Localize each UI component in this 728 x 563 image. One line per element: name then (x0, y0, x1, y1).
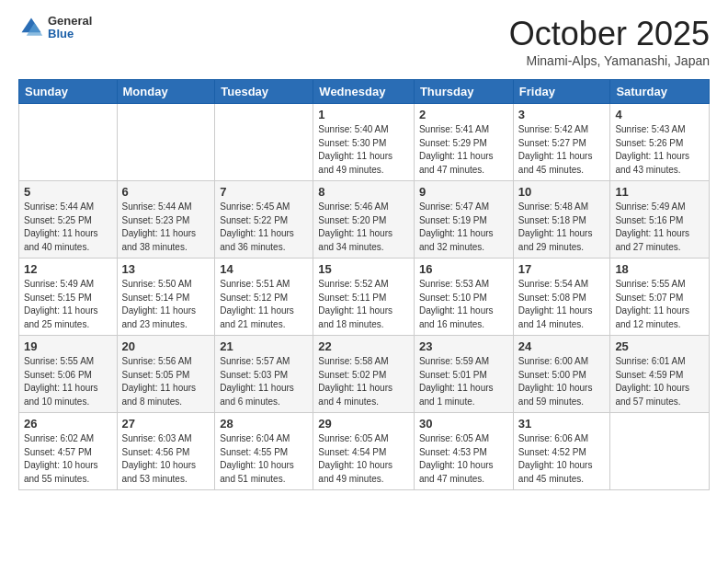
calendar-cell: 9Sunrise: 5:47 AM Sunset: 5:19 PM Daylig… (414, 181, 513, 259)
day-number: 19 (24, 339, 112, 353)
day-number: 9 (419, 185, 508, 199)
calendar-cell: 6Sunrise: 5:44 AM Sunset: 5:23 PM Daylig… (117, 181, 215, 259)
day-info: Sunrise: 5:52 AM Sunset: 5:11 PM Dayligh… (318, 278, 409, 331)
day-number: 6 (122, 185, 210, 199)
calendar-cell: 21Sunrise: 5:57 AM Sunset: 5:03 PM Dayli… (215, 336, 313, 413)
day-info: Sunrise: 6:04 AM Sunset: 4:55 PM Dayligh… (220, 432, 308, 486)
calendar-cell: 4Sunrise: 5:43 AM Sunset: 5:26 PM Daylig… (610, 104, 710, 181)
day-number: 22 (318, 339, 409, 353)
day-info: Sunrise: 6:05 AM Sunset: 4:53 PM Dayligh… (419, 432, 508, 486)
day-info: Sunrise: 5:48 AM Sunset: 5:18 PM Dayligh… (518, 201, 606, 254)
day-info: Sunrise: 5:43 AM Sunset: 5:26 PM Dayligh… (615, 123, 704, 177)
calendar-cell: 25Sunrise: 6:01 AM Sunset: 4:59 PM Dayli… (610, 336, 710, 413)
day-info: Sunrise: 6:00 AM Sunset: 5:00 PM Dayligh… (518, 355, 606, 408)
day-number: 15 (318, 262, 409, 276)
calendar-cell: 14Sunrise: 5:51 AM Sunset: 5:12 PM Dayli… (215, 259, 313, 336)
day-info: Sunrise: 5:47 AM Sunset: 5:19 PM Dayligh… (419, 201, 508, 254)
day-info: Sunrise: 5:44 AM Sunset: 5:23 PM Dayligh… (122, 201, 210, 254)
logo-general: General (48, 15, 92, 28)
day-info: Sunrise: 5:45 AM Sunset: 5:22 PM Dayligh… (220, 201, 308, 254)
day-number: 26 (24, 417, 112, 431)
calendar-cell: 11Sunrise: 5:49 AM Sunset: 5:16 PM Dayli… (610, 181, 710, 259)
calendar-cell: 13Sunrise: 5:50 AM Sunset: 5:14 PM Dayli… (117, 259, 215, 336)
day-info: Sunrise: 5:49 AM Sunset: 5:16 PM Dayligh… (615, 201, 704, 254)
day-info: Sunrise: 5:50 AM Sunset: 5:14 PM Dayligh… (122, 278, 210, 331)
day-info: Sunrise: 5:56 AM Sunset: 5:05 PM Dayligh… (122, 355, 210, 408)
calendar-cell: 12Sunrise: 5:49 AM Sunset: 5:15 PM Dayli… (19, 259, 118, 336)
calendar-cell: 30Sunrise: 6:05 AM Sunset: 4:53 PM Dayli… (414, 413, 513, 490)
day-info: Sunrise: 5:53 AM Sunset: 5:10 PM Dayligh… (419, 278, 508, 331)
day-number: 16 (419, 262, 508, 276)
day-number: 25 (615, 339, 704, 353)
weekday-header-monday: Monday (117, 80, 215, 104)
logo-icon (18, 15, 44, 40)
logo-blue: Blue (48, 28, 92, 40)
calendar-cell: 5Sunrise: 5:44 AM Sunset: 5:25 PM Daylig… (19, 181, 118, 259)
day-number: 27 (122, 417, 210, 431)
calendar-cell: 18Sunrise: 5:55 AM Sunset: 5:07 PM Dayli… (610, 259, 710, 336)
day-info: Sunrise: 5:41 AM Sunset: 5:29 PM Dayligh… (419, 123, 508, 177)
calendar-cell: 8Sunrise: 5:46 AM Sunset: 5:20 PM Daylig… (313, 181, 415, 259)
calendar-cell: 23Sunrise: 5:59 AM Sunset: 5:01 PM Dayli… (414, 336, 513, 413)
weekday-header-thursday: Thursday (414, 80, 513, 104)
month-title: October 2025 (509, 15, 710, 53)
calendar-cell: 26Sunrise: 6:02 AM Sunset: 4:57 PM Dayli… (19, 413, 118, 490)
calendar-cell: 28Sunrise: 6:04 AM Sunset: 4:55 PM Dayli… (215, 413, 313, 490)
day-info: Sunrise: 6:06 AM Sunset: 4:52 PM Dayligh… (518, 432, 606, 486)
calendar: SundayMondayTuesdayWednesdayThursdayFrid… (18, 79, 710, 490)
day-number: 1 (318, 108, 409, 121)
day-info: Sunrise: 5:59 AM Sunset: 5:01 PM Dayligh… (419, 355, 508, 408)
day-info: Sunrise: 5:40 AM Sunset: 5:30 PM Dayligh… (318, 123, 409, 177)
header: General Blue October 2025 Minami-Alps, Y… (18, 15, 710, 68)
day-number: 10 (518, 185, 606, 199)
calendar-cell: 27Sunrise: 6:03 AM Sunset: 4:56 PM Dayli… (117, 413, 215, 490)
day-info: Sunrise: 5:57 AM Sunset: 5:03 PM Dayligh… (220, 355, 308, 408)
weekday-header-wednesday: Wednesday (313, 80, 415, 104)
calendar-cell: 17Sunrise: 5:54 AM Sunset: 5:08 PM Dayli… (513, 259, 610, 336)
calendar-week-1: 1Sunrise: 5:40 AM Sunset: 5:30 PM Daylig… (19, 104, 710, 181)
calendar-cell: 2Sunrise: 5:41 AM Sunset: 5:29 PM Daylig… (414, 104, 513, 181)
page: General Blue October 2025 Minami-Alps, Y… (0, 0, 728, 505)
weekday-header-row: SundayMondayTuesdayWednesdayThursdayFrid… (19, 80, 710, 104)
day-number: 29 (318, 417, 409, 431)
day-info: Sunrise: 6:05 AM Sunset: 4:54 PM Dayligh… (318, 432, 409, 486)
day-number: 24 (518, 339, 606, 353)
day-number: 28 (220, 417, 308, 431)
day-number: 5 (24, 185, 112, 199)
day-info: Sunrise: 5:54 AM Sunset: 5:08 PM Dayligh… (518, 278, 606, 331)
weekday-header-friday: Friday (513, 80, 610, 104)
calendar-cell: 10Sunrise: 5:48 AM Sunset: 5:18 PM Dayli… (513, 181, 610, 259)
logo: General Blue (18, 15, 92, 41)
calendar-week-3: 12Sunrise: 5:49 AM Sunset: 5:15 PM Dayli… (19, 259, 710, 336)
day-number: 13 (122, 262, 210, 276)
day-number: 14 (220, 262, 308, 276)
calendar-cell: 1Sunrise: 5:40 AM Sunset: 5:30 PM Daylig… (313, 104, 415, 181)
day-info: Sunrise: 5:55 AM Sunset: 5:06 PM Dayligh… (24, 355, 112, 408)
day-number: 2 (419, 108, 508, 121)
calendar-cell: 16Sunrise: 5:53 AM Sunset: 5:10 PM Dayli… (414, 259, 513, 336)
calendar-cell (117, 104, 215, 181)
calendar-cell (610, 413, 710, 490)
day-number: 18 (615, 262, 704, 276)
day-number: 30 (419, 417, 508, 431)
weekday-header-sunday: Sunday (19, 80, 118, 104)
weekday-header-saturday: Saturday (610, 80, 710, 104)
day-number: 17 (518, 262, 606, 276)
day-info: Sunrise: 5:58 AM Sunset: 5:02 PM Dayligh… (318, 355, 409, 408)
calendar-week-5: 26Sunrise: 6:02 AM Sunset: 4:57 PM Dayli… (19, 413, 710, 490)
calendar-cell (215, 104, 313, 181)
day-number: 8 (318, 185, 409, 199)
day-info: Sunrise: 6:01 AM Sunset: 4:59 PM Dayligh… (615, 355, 704, 408)
calendar-cell: 3Sunrise: 5:42 AM Sunset: 5:27 PM Daylig… (513, 104, 610, 181)
day-number: 11 (615, 185, 704, 199)
day-number: 23 (419, 339, 508, 353)
calendar-week-4: 19Sunrise: 5:55 AM Sunset: 5:06 PM Dayli… (19, 336, 710, 413)
calendar-cell: 31Sunrise: 6:06 AM Sunset: 4:52 PM Dayli… (513, 413, 610, 490)
day-info: Sunrise: 6:03 AM Sunset: 4:56 PM Dayligh… (122, 432, 210, 486)
title-section: October 2025 Minami-Alps, Yamanashi, Jap… (509, 15, 710, 68)
calendar-cell: 15Sunrise: 5:52 AM Sunset: 5:11 PM Dayli… (313, 259, 415, 336)
calendar-cell: 7Sunrise: 5:45 AM Sunset: 5:22 PM Daylig… (215, 181, 313, 259)
day-number: 12 (24, 262, 112, 276)
subtitle: Minami-Alps, Yamanashi, Japan (509, 53, 710, 68)
day-info: Sunrise: 5:46 AM Sunset: 5:20 PM Dayligh… (318, 201, 409, 254)
